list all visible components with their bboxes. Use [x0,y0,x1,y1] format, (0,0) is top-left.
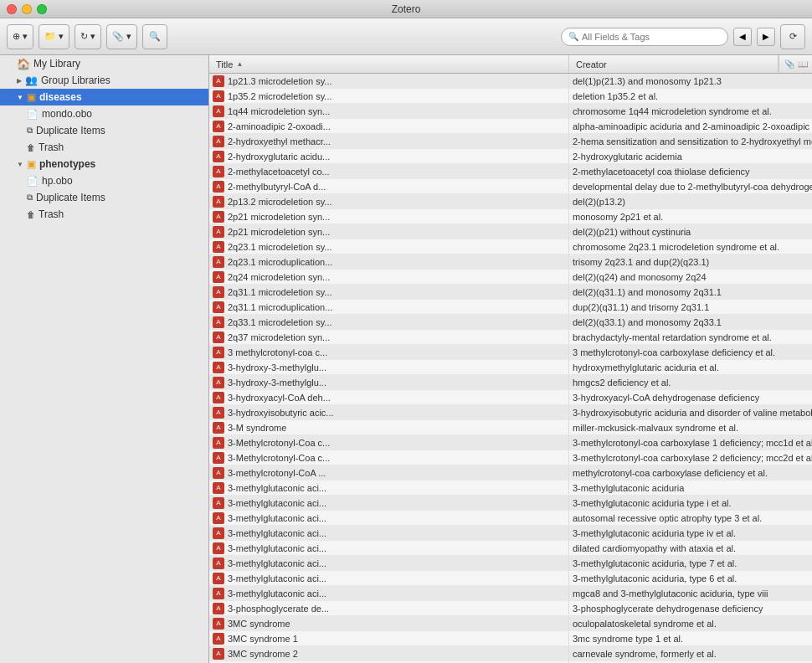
item-creator: 3 methylcrotonyl-coa carboxylase deficie… [573,347,775,357]
sidebar: 🏠 My Library ▶ 👥 Group Libraries ▼ ▣ dis… [0,55,209,663]
creator-column-header[interactable]: Creator [569,55,779,73]
item-type-icon: A [213,527,224,539]
title-column-header[interactable]: Title ▲ [209,55,569,73]
table-row[interactable]: A 3-Methylcrotonyl-Coa c... 3-methylcrot… [209,450,812,465]
forward-button[interactable]: ▶ [757,28,775,46]
table-row[interactable]: A 2q23.1 microdeletion sy... chromosome … [209,239,812,254]
table-row[interactable]: A 2-hydroxyethyl methacr... 2-hema sensi… [209,134,812,149]
sidebar-item-label: mondo.obo [42,108,92,120]
title-cell: A 1p35.2 microdeletion sy... [209,89,569,103]
expand-icon: ▼ [17,161,23,168]
refresh-button[interactable]: ⟳ [780,24,805,49]
table-row[interactable]: A 1p35.2 microdeletion sy... deletion 1p… [209,89,812,104]
sidebar-item-phenotypes[interactable]: ▼ ▣ phenotypes [0,156,208,172]
item-type-icon: A [213,407,224,419]
sidebar-item-trash-diseases[interactable]: 🗑 Trash [0,139,208,156]
sync-button[interactable]: ↻ ▾ [75,24,101,49]
toolbar: ⊕ ▾ 📁 ▾ ↻ ▾ 📎 ▾ 🔍 🔍 ◀ ▶ ⟳ [0,18,812,55]
search-box[interactable]: 🔍 [561,28,728,46]
item-type-icon: A [213,256,224,268]
back-button[interactable]: ◀ [733,28,752,46]
new-item-button[interactable]: ⊕ ▾ [7,24,33,49]
table-row[interactable]: A 3-methylglutaconic aci... 3-methylglut… [209,571,812,586]
sidebar-item-group-libraries[interactable]: ▶ 👥 Group Libraries [0,72,208,89]
attach-button[interactable]: 📎 ▾ [106,24,137,49]
table-row[interactable]: A 2p13.2 microdeletion sy... del(2)(p13.… [209,194,812,209]
creator-cell: autosomal recessive optic atrophy type 3… [569,511,812,525]
title-cell: A 2q23.1 microdeletion sy... [209,239,569,254]
maximize-button[interactable] [37,4,47,14]
table-row[interactable]: A 2q23.1 microduplication... trisomy 2q2… [209,254,812,270]
locate-button[interactable]: 🔍 [142,24,167,49]
table-row[interactable]: A 3-methylcrotonyl-CoA ... methylcrotony… [209,465,812,481]
table-row[interactable]: A 3-methylglutaconic aci... mgca8 and 3-… [209,586,812,601]
table-row[interactable]: A 3MC syndrome 1 3mc syndrome type 1 et … [209,631,812,646]
sidebar-item-duplicate-items-diseases[interactable]: ⧉ Duplicate Items [0,122,208,139]
creator-cell: 3-methylglutaconic aciduria type i et al… [569,496,812,510]
item-creator: 3-methylcrotonyl-coa carboxylase 1 defic… [573,438,812,448]
table-row[interactable]: A 2-methylacetoacetyl co... 2-methylacet… [209,164,812,179]
table-row[interactable]: A 3-methylglutaconic aci... 3-methylglut… [209,496,812,511]
sidebar-item-duplicate-items-phenotypes[interactable]: ⧉ Duplicate Items [0,189,208,206]
sidebar-item-label: diseases [39,91,82,103]
table-row[interactable]: A 2-aminoadipic 2-oxoadi... alpha-aminoa… [209,119,812,134]
table-row[interactable]: A 3-hydroxyisobutyric acic... 3-hydroxyi… [209,405,812,420]
table-row[interactable]: A 2q31.1 microdeletion sy... del(2)(q31.… [209,285,812,300]
table-row[interactable]: A 2-methylbutyryl-CoA d... developmental… [209,179,812,194]
close-button[interactable] [7,4,17,14]
table-row[interactable]: A 3-methylglutaconic aci... autosomal re… [209,511,812,526]
table-row[interactable]: A 2q24 microdeletion syn... del(2)(q24) … [209,270,812,285]
creator-cell: del(2)(q31.1) and monosomy 2q31.1 [569,285,812,299]
sidebar-item-hp-obo[interactable]: 📄 hp.obo [0,172,208,189]
creator-cell: hydroxymethylglutaric aciduria et al. [569,360,812,374]
obo-icon: 📄 [27,109,39,120]
table-row[interactable]: A 3-methylglutaconic aci... 3-methylglut… [209,556,812,571]
title-cell: A 2q23.1 microduplication... [209,254,569,269]
table-row[interactable]: A 3MC syndrome 2 carnevale syndrome, for… [209,646,812,661]
table-row[interactable]: A 3-M syndrome miller-mckusick-malvaux s… [209,420,812,435]
title-cell: A 3MC syndrome 2 [209,646,569,660]
sidebar-item-my-library[interactable]: 🏠 My Library [0,55,208,72]
item-creator: 3-hydroxyisobutyric aciduria and disorde… [573,408,812,418]
table-row[interactable]: A 3 methylcrotonyl-coa c... 3 methylcrot… [209,345,812,360]
table-row[interactable]: A 3-methylglutaconic aci... 3-methylglut… [209,526,812,541]
table-row[interactable]: A 2-hydroxyglutaric acidu... 2-hydroxygl… [209,149,812,164]
minimize-button[interactable] [22,4,32,14]
item-type-icon: A [213,181,224,193]
new-collection-button[interactable]: 📁 ▾ [39,24,69,49]
trash-icon: 🗑 [27,143,35,152]
table-row[interactable]: A 3-hydroxy-3-methylglu... hydroxymethyl… [209,360,812,375]
sidebar-item-mondo-obo[interactable]: 📄 mondo.obo [0,105,208,122]
table-row[interactable]: A 3-phosphoglycerate de... 3-phosphoglyc… [209,601,812,616]
table-row[interactable]: A 2q33.1 microdeletion sy... del(2)(q33.… [209,315,812,330]
items-table[interactable]: A 1p21.3 microdeletion sy... del(1)p(21.… [209,74,812,663]
search-input[interactable] [582,32,699,42]
table-row[interactable]: A 1p21.3 microdeletion sy... del(1)p(21.… [209,74,812,89]
table-row[interactable]: A 2q37 microdeletion syn... brachydactyl… [209,330,812,345]
title-cell: A 3-methylglutaconic aci... [209,496,569,510]
item-type-icon: A [213,332,224,343]
item-type-icon: A [213,573,224,584]
item-title: 1p35.2 microdeletion sy... [228,91,332,101]
creator-cell: carnevale syndrome, formerly et al. [569,646,812,660]
sidebar-item-diseases[interactable]: ▼ ▣ diseases [0,89,208,105]
item-creator: 3-hydroxyacyl-CoA dehydrogenase deficien… [573,393,759,403]
table-row[interactable]: A 2p21 microdeletion syn... del(2)(p21) … [209,224,812,239]
title-cell: A 2q37 microdeletion syn... [209,330,569,344]
item-type-icon: A [213,196,224,208]
table-row[interactable]: A 2p21 microdeletion syn... monosomy 2p2… [209,209,812,224]
table-row[interactable]: A 3-methylglutaconic aci... 3-methylglut… [209,481,812,496]
title-cell: A 3-methylglutaconic aci... [209,556,569,570]
table-row[interactable]: A 1q44 microdeletion syn... chromosome 1… [209,104,812,119]
table-row[interactable]: A 3-methylglutaconic aci... dilated card… [209,541,812,556]
creator-cell: alpha-aminoadipic aciduria and 2-aminoad… [569,119,812,133]
item-creator: miller-mckusick-malvaux syndrome et al. [573,423,738,433]
sidebar-item-trash-phenotypes[interactable]: 🗑 Trash [0,206,208,223]
table-row[interactable]: A 3MC syndrome oculopalatoskeletal syndr… [209,616,812,631]
table-row[interactable]: A 3-Methylcrotonyl-Coa c... 3-methylcrot… [209,435,812,450]
table-row[interactable]: A 3-hydroxyacyl-CoA deh... 3-hydroxyacyl… [209,390,812,405]
column-header: Title ▲ Creator 📎 📖 [209,55,812,74]
table-row[interactable]: A 3-hydroxy-3-methylglu... hmgcs2 defici… [209,375,812,390]
item-type-icon: A [213,618,224,630]
table-row[interactable]: A 2q31.1 microduplication... dup(2)(q31.… [209,300,812,315]
